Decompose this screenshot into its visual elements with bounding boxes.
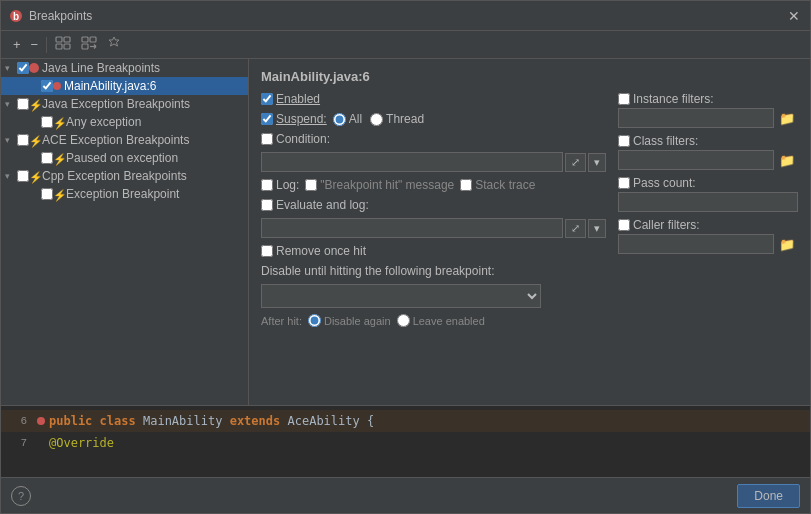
dialog-title: Breakpoints (29, 9, 92, 23)
toolbar-separator (46, 37, 47, 53)
tree-checkbox-ace-exception[interactable] (17, 134, 29, 146)
settings-button[interactable] (103, 34, 125, 55)
remove-once-checkbox-label[interactable]: Remove once hit (261, 244, 366, 258)
condition-input-row: ⤢ ▾ (261, 152, 606, 172)
disable-again-radio[interactable] (308, 314, 321, 327)
class-filters-folder-button[interactable]: 📁 (776, 152, 798, 169)
tree-checkbox-cpp-exception[interactable] (17, 170, 29, 182)
group-button[interactable] (51, 34, 75, 55)
pass-count-input[interactable] (618, 192, 798, 212)
pass-count-input-row (618, 192, 798, 212)
tree-item-ace-exception-group[interactable]: ▾ ⚡ ACE Exception Breakpoints (1, 131, 248, 149)
suspend-all-radio[interactable] (333, 113, 346, 126)
suspend-row: Suspend: All Thread (261, 112, 606, 126)
tree-arrow: ▾ (5, 135, 17, 145)
evaluate-log-input-container: ⤢ ▾ (261, 218, 606, 238)
condition-checkbox[interactable] (261, 133, 273, 145)
remove-button[interactable]: − (27, 35, 43, 54)
condition-expand-button[interactable]: ⤢ (565, 153, 586, 172)
evaluate-log-dropdown-button[interactable]: ▾ (588, 219, 606, 238)
breakpoints-icon: b (9, 9, 23, 23)
tree-item-label: Java Line Breakpoints (42, 61, 160, 75)
enabled-checkbox-label[interactable]: Enabled (261, 92, 320, 106)
svg-text:b: b (13, 11, 19, 22)
filter-icon (81, 36, 97, 50)
caller-filters-input[interactable] (618, 234, 774, 254)
tree-checkbox-java-line[interactable] (17, 62, 29, 74)
tree-item-java-line-group[interactable]: ▾ Java Line Breakpoints (1, 59, 248, 77)
tree-item-label: MainAbility.java:6 (64, 79, 156, 93)
breakpoints-dialog: b Breakpoints ✕ + − (0, 0, 811, 514)
suspend-all-option[interactable]: All (333, 112, 362, 126)
done-button[interactable]: Done (737, 484, 800, 508)
lightning-icon: ⚡ (29, 135, 39, 145)
evaluate-log-expand-button[interactable]: ⤢ (565, 219, 586, 238)
help-button[interactable]: ? (11, 486, 31, 506)
class-filters-checkbox-label[interactable]: Class filters: (618, 134, 698, 148)
class-filters-checkbox[interactable] (618, 135, 630, 147)
lightning-icon: ⚡ (53, 189, 63, 199)
suspend-thread-radio[interactable] (370, 113, 383, 126)
tree-item-exception-breakpoint[interactable]: ⚡ Exception Breakpoint (1, 185, 248, 203)
pass-count-checkbox[interactable] (618, 177, 630, 189)
instance-filters-checkbox[interactable] (618, 93, 630, 105)
evaluate-log-input-row: ⤢ ▾ (261, 218, 606, 238)
tree-item-any-exception[interactable]: ⚡ Any exception (1, 113, 248, 131)
breakpoint-hit-checkbox[interactable] (305, 179, 317, 191)
breakpoint-hit-checkbox-label[interactable]: "Breakpoint hit" message (305, 178, 454, 192)
tree-item-label: Paused on exception (66, 151, 178, 165)
tree-item-paused-exception[interactable]: ⚡ Paused on exception (1, 149, 248, 167)
tree-item-label: ACE Exception Breakpoints (42, 133, 189, 147)
enabled-checkbox[interactable] (261, 93, 273, 105)
condition-checkbox-label[interactable]: Condition: (261, 132, 330, 146)
svg-rect-2 (56, 37, 62, 42)
remove-once-row: Remove once hit (261, 244, 606, 258)
caller-filters-checkbox[interactable] (618, 219, 630, 231)
caller-filters-checkbox-label[interactable]: Caller filters: (618, 218, 700, 232)
class-filters-input[interactable] (618, 150, 774, 170)
filter-button[interactable] (77, 34, 101, 55)
svg-rect-5 (64, 44, 70, 49)
log-checkbox[interactable] (261, 179, 273, 191)
stack-trace-checkbox-label[interactable]: Stack trace (460, 178, 535, 192)
condition-label: Condition: (276, 132, 330, 146)
evaluate-log-checkbox-label[interactable]: Evaluate and log: (261, 198, 369, 212)
add-button[interactable]: + (9, 35, 25, 54)
code-content-7: @Override (49, 436, 114, 450)
tree-item-cpp-exception-group[interactable]: ▾ ⚡ Cpp Exception Breakpoints (1, 167, 248, 185)
evaluate-log-checkbox[interactable] (261, 199, 273, 211)
instance-filters-folder-button[interactable]: 📁 (776, 110, 798, 127)
condition-row: Condition: (261, 132, 606, 146)
suspend-checkbox-label[interactable]: Suspend: (261, 112, 327, 126)
instance-filters-checkbox-label[interactable]: Instance filters: (618, 92, 714, 106)
disable-until-select[interactable] (261, 284, 541, 308)
tree-checkbox-paused-exception[interactable] (41, 152, 53, 164)
condition-dropdown-button[interactable]: ▾ (588, 153, 606, 172)
tree-item-main-ability[interactable]: MainAbility.java:6 (1, 77, 248, 95)
leave-enabled-radio[interactable] (397, 314, 410, 327)
tree-checkbox-exception-bp[interactable] (41, 188, 53, 200)
tree-checkbox-java-exception[interactable] (17, 98, 29, 110)
tree-checkbox-any-exception[interactable] (41, 116, 53, 128)
stack-trace-label: Stack trace (475, 178, 535, 192)
suspend-thread-option[interactable]: Thread (370, 112, 424, 126)
leave-enabled-option[interactable]: Leave enabled (397, 314, 485, 327)
lightning-icon: ⚡ (53, 153, 63, 163)
caller-filters-folder-button[interactable]: 📁 (776, 236, 798, 253)
suspend-checkbox[interactable] (261, 113, 273, 125)
stack-trace-checkbox[interactable] (460, 179, 472, 191)
log-checkbox-label[interactable]: Log: (261, 178, 299, 192)
code-area: 6 public class MainAbility extends AceAb… (1, 405, 810, 477)
tree-checkbox-main-ability[interactable] (41, 80, 53, 92)
instance-filters-input[interactable] (618, 108, 774, 128)
class-filters-row: Class filters: 📁 (618, 134, 798, 170)
log-row: Log: "Breakpoint hit" message Stack trac… (261, 178, 606, 192)
condition-input[interactable] (261, 152, 563, 172)
pass-count-checkbox-label[interactable]: Pass count: (618, 176, 696, 190)
disable-again-option[interactable]: Disable again (308, 314, 391, 327)
tree-item-java-exception-group[interactable]: ▾ ⚡ Java Exception Breakpoints (1, 95, 248, 113)
close-button[interactable]: ✕ (786, 9, 802, 23)
remove-once-checkbox[interactable] (261, 245, 273, 257)
evaluate-log-input[interactable] (261, 218, 563, 238)
class-filters-input-row: 📁 (618, 150, 798, 170)
